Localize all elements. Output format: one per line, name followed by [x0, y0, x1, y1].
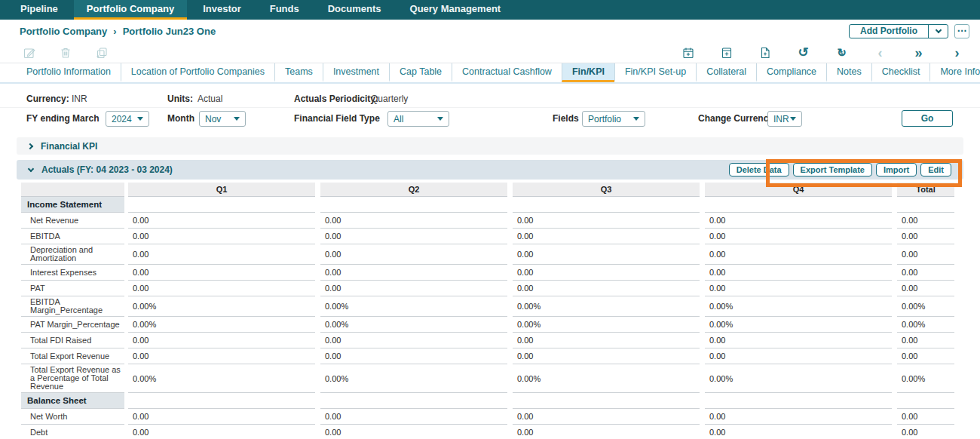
calendar-add-icon[interactable] — [681, 46, 694, 59]
row-label: Interest Expenses — [21, 265, 124, 281]
currency-refresh-icon[interactable]: ↻ $ — [835, 46, 848, 59]
cell-total: 0.00% — [897, 317, 954, 333]
row-label: Income Statement — [21, 197, 124, 213]
actuals-section-header[interactable]: Actuals (FY: 04 2023 - 03 2024) Delete D… — [17, 160, 963, 180]
double-chevron-right-icon[interactable]: » — [912, 46, 925, 59]
cell-q3: 0.00% — [513, 296, 700, 317]
cell-q3: 0.00 — [513, 409, 700, 425]
cell-q3: 0.00% — [513, 364, 700, 393]
chevron-right-icon[interactable]: › — [951, 46, 963, 59]
tab-label: Location of Portfolio Companies — [131, 66, 265, 77]
tab-fin-kpi[interactable]: Fin/KPI — [562, 63, 614, 82]
table-row: Debt 0.00 0.00 0.00 0.00 0.00 — [21, 425, 954, 439]
tab-fin-kpi-set-up[interactable]: Fin/KPI Set-up — [614, 63, 696, 82]
cell-q3: 0.00 — [513, 425, 700, 439]
nav-item-query-management[interactable]: Query Management — [397, 0, 514, 20]
import-button[interactable]: Import — [876, 163, 917, 177]
row-label: PAT Margin_Percentage — [21, 317, 124, 333]
chevron-down-icon — [935, 26, 941, 32]
export-template-button[interactable]: Export Template — [793, 163, 872, 177]
delete-data-button[interactable]: Delete Data — [729, 163, 789, 177]
table-row: Total Export Revenue as a Percentage of … — [21, 364, 954, 393]
change-currency-label: Change Currency — [698, 113, 773, 124]
units-label: Units: — [167, 94, 193, 104]
nav-item-portfolio-company[interactable]: Portfolio Company — [74, 0, 187, 20]
tab-investment[interactable]: Investment — [323, 63, 389, 82]
go-button[interactable]: Go — [902, 110, 953, 127]
cell-total: 0.00% — [897, 364, 954, 393]
add-panel-icon[interactable] — [720, 46, 733, 59]
nav-item-documents[interactable]: Documents — [315, 0, 394, 20]
history-icon[interactable]: ↺ — [797, 46, 810, 59]
cell-q3: 0.00 — [513, 281, 700, 296]
file-add-icon[interactable] — [758, 46, 771, 59]
financial-field-type-label: Financial Field Type — [294, 113, 380, 124]
cell-q3: 0.00 — [513, 348, 700, 364]
action-button-label: Edit — [928, 165, 944, 174]
filters-panel: Currency: INR Units: Actual Actuals Peri… — [0, 84, 980, 130]
month-select[interactable]: Nov — [199, 111, 246, 127]
tab-more-information[interactable]: More Information — [929, 63, 980, 82]
header-cell-q1: Q1 — [128, 183, 315, 197]
app-root: PipelinePortfolio CompanyInvestorFundsDo… — [0, 0, 980, 439]
tab-label: Checklist — [882, 66, 920, 77]
nav-item-investor[interactable]: Investor — [190, 0, 254, 20]
row-label: Depreciation and Amortization — [21, 244, 124, 265]
cell-q2: 0.00% — [320, 296, 507, 317]
more-options-button[interactable]: ⋯ — [954, 24, 969, 38]
tab-label: Teams — [285, 66, 313, 77]
tab-cap-table[interactable]: Cap Table — [389, 63, 452, 82]
tab-contractual-cashflow[interactable]: Contractual Cashflow — [452, 63, 562, 82]
edit-button[interactable]: Edit — [920, 163, 951, 177]
edit-icon[interactable] — [23, 46, 35, 59]
row-label: Net Revenue — [21, 213, 124, 229]
cell-total: 0.00 — [897, 333, 954, 348]
nav-item-funds[interactable]: Funds — [257, 0, 312, 20]
actuals-periodicity-label: Actuals Periodicity: — [294, 94, 378, 104]
table-row: Balance Sheet — [21, 393, 954, 409]
add-portfolio-button[interactable]: Add Portfolio — [850, 25, 928, 38]
cell-q3: 0.00 — [513, 333, 700, 348]
cell-q2: 0.00 — [320, 281, 507, 296]
cell-q4: 0.00 — [705, 333, 892, 348]
table-row: PAT 0.00 0.00 0.00 0.00 0.00 — [21, 281, 954, 296]
add-portfolio-dropdown[interactable] — [928, 25, 948, 38]
tab-collateral[interactable]: Collateral — [696, 63, 756, 82]
cell-q4: 0.00 — [705, 213, 892, 229]
tab-label: More Information — [940, 66, 980, 77]
tab-compliance[interactable]: Compliance — [756, 63, 826, 82]
chevron-left-icon[interactable]: ‹ — [874, 46, 887, 59]
delete-icon[interactable] — [59, 46, 72, 59]
cell-q4: 0.00 — [705, 281, 892, 296]
table-row: Interest Expenses 0.00 0.00 0.00 0.00 0.… — [21, 265, 954, 281]
fy-year-select[interactable]: 2024 — [106, 111, 149, 127]
tab-checklist[interactable]: Checklist — [871, 63, 930, 82]
nav-item-label: Investor — [203, 3, 241, 14]
tab-notes[interactable]: Notes — [826, 63, 871, 82]
row-label: Net Worth — [21, 409, 124, 425]
cell-total: 0.00 — [897, 348, 954, 364]
cell-q4: 0.00 — [705, 409, 892, 425]
nav-item-pipeline[interactable]: Pipeline — [8, 0, 71, 20]
tab-teams[interactable]: Teams — [274, 63, 323, 82]
tab-label: Fin/KPI — [572, 66, 605, 77]
breadcrumb-parent[interactable]: Portfolio Company — [20, 26, 107, 37]
fields-select[interactable]: Portfolio — [582, 111, 645, 127]
financial-field-type-select[interactable]: All — [387, 111, 449, 127]
cell-total: 0.00 — [897, 244, 954, 265]
header-cell-q2: Q2 — [320, 183, 507, 197]
cell-q4: 0.00 — [705, 229, 892, 244]
financial-kpi-section-header[interactable]: Financial KPI — [17, 137, 963, 155]
cell-q2: 0.00 — [320, 265, 507, 281]
tab-location-of-portfolio-companies[interactable]: Location of Portfolio Companies — [121, 63, 274, 82]
toolbar-right-icons: ↺ ↻ $ ‹ » › — [681, 46, 963, 59]
breadcrumb-separator-icon: › — [113, 26, 116, 37]
nav-item-label: Pipeline — [20, 3, 58, 14]
cell-q4: 0.00 — [705, 265, 892, 281]
cell-q3 — [513, 197, 700, 213]
tab-portfolio-information[interactable]: Portfolio Information — [17, 63, 121, 82]
header-cell-empty — [21, 183, 124, 197]
tab-label: Contractual Cashflow — [462, 66, 552, 77]
change-currency-select[interactable]: INR — [767, 111, 802, 127]
copy-icon[interactable] — [95, 46, 108, 59]
